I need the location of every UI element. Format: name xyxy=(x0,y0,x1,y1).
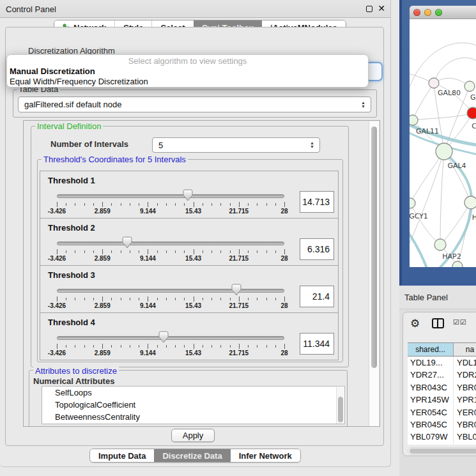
scale-label: 21.715 xyxy=(229,255,249,262)
tick-mark xyxy=(139,345,139,348)
tick-mark xyxy=(266,250,267,253)
network-canvas[interactable]: GAL80GACGAL11GAL4GCY1HHAP2 xyxy=(410,19,476,267)
network-node-gal11[interactable] xyxy=(410,115,418,125)
attributes-scrollbar-thumb[interactable] xyxy=(338,397,343,422)
threshold-value-field[interactable]: 14.713 xyxy=(300,191,334,213)
node-label: HAP2 xyxy=(442,252,461,261)
tab-impute-data[interactable]: Impute Data xyxy=(90,449,154,462)
tab-discretize-data[interactable]: Discretize Data xyxy=(154,449,230,462)
network-node-gal80[interactable] xyxy=(429,78,439,88)
slider-track[interactable] xyxy=(57,336,284,340)
threshold-value-field[interactable]: 21.4 xyxy=(300,286,334,307)
tick-mark xyxy=(166,345,167,348)
tick-mark xyxy=(184,345,185,348)
tick-mark xyxy=(139,250,139,253)
number-of-intervals-label: Number of Intervals xyxy=(50,139,128,149)
network-node-unlabeled[interactable] xyxy=(452,261,463,267)
slider-scale-labels: -3.4262.8599.14415.4321.71528 xyxy=(57,208,284,215)
table-row[interactable]: YBR045CYBR0 xyxy=(408,418,476,431)
attribute-item[interactable]: TopologicalCoefficient xyxy=(42,399,344,411)
tick-mark xyxy=(102,202,103,207)
settings-scrollbar-thumb[interactable] xyxy=(371,127,377,368)
minimize-traffic-light[interactable] xyxy=(424,9,431,16)
table-row[interactable]: YER054CYER0 xyxy=(408,406,476,418)
threshold-value-field[interactable]: 11.344 xyxy=(300,333,334,355)
tick-mark xyxy=(220,298,221,300)
table-settings-gear-icon[interactable]: ⚙ xyxy=(410,317,420,330)
table-row[interactable]: YDR27...YDR2 xyxy=(408,369,476,381)
table-row[interactable]: YBL079WYBL0 xyxy=(408,431,476,443)
interval-definition-label: Interval Definition xyxy=(35,121,103,131)
tick-mark xyxy=(166,203,167,206)
table-row[interactable]: YDL19...YDL1 xyxy=(408,357,476,369)
tick-mark xyxy=(102,296,103,302)
table-row[interactable]: YBR043CYBR0 xyxy=(408,381,476,394)
slider-thumb[interactable] xyxy=(231,284,242,296)
combo-spinner-icon: ▲▼ xyxy=(310,141,314,149)
tick-mark xyxy=(239,296,240,302)
tick-mark xyxy=(184,250,185,253)
table-row[interactable]: YPR145WYPR1 xyxy=(408,394,476,406)
float-window-icon[interactable] xyxy=(366,6,372,12)
tick-mark xyxy=(230,345,231,348)
slider-thumb[interactable] xyxy=(183,189,193,201)
tick-mark xyxy=(175,203,176,206)
control-panel-title: Control Panel xyxy=(6,4,56,14)
scale-label: 15.43 xyxy=(185,349,201,357)
column-header[interactable]: na xyxy=(454,343,476,356)
network-edge[interactable] xyxy=(413,113,473,120)
network-edge[interactable] xyxy=(440,151,444,245)
zoom-traffic-light[interactable] xyxy=(435,9,442,16)
number-of-intervals-value: 5 xyxy=(158,141,163,150)
table-data-combobox[interactable]: galFiltered.sif default node ▲▼ xyxy=(18,96,371,112)
column-header[interactable]: shared... xyxy=(408,343,454,356)
network-node-gcy1[interactable] xyxy=(410,198,415,208)
table-panel-body: ⚙ ☑☑ shared...na YDL19...YDL1YDR27...YDR… xyxy=(399,309,476,476)
network-node-c[interactable] xyxy=(467,107,476,119)
tick-mark xyxy=(148,296,148,302)
table-panel-title: Table Panel xyxy=(404,293,448,302)
tick-mark xyxy=(157,298,158,300)
close-traffic-light[interactable] xyxy=(413,9,420,16)
algorithm-option[interactable]: Equal Width/Frequency Discretization xyxy=(7,77,368,87)
network-edge[interactable] xyxy=(410,203,440,245)
tick-mark xyxy=(130,345,130,348)
algorithm-option[interactable]: Manual Discretization xyxy=(7,66,368,77)
network-node-hap2[interactable] xyxy=(434,239,446,250)
tick-mark xyxy=(93,298,94,300)
tick-mark xyxy=(93,250,94,253)
network-edge[interactable] xyxy=(410,151,444,203)
slider-thumb[interactable] xyxy=(122,236,132,249)
split-columns-icon[interactable] xyxy=(432,318,444,328)
slider-ticks xyxy=(57,249,284,255)
network-node-ga[interactable] xyxy=(464,81,475,91)
tick-mark xyxy=(239,202,240,207)
slider-track[interactable] xyxy=(57,242,284,245)
select-columns-checkboxes-icon[interactable]: ☑☑ xyxy=(453,318,467,326)
table-row[interactable]: YLR345WYLR3 xyxy=(408,443,476,445)
close-window-icon[interactable]: ✕ xyxy=(378,3,385,13)
tick-mark xyxy=(275,298,276,300)
slider-track[interactable] xyxy=(57,289,284,293)
table-horizontal-scrollbar[interactable] xyxy=(408,447,476,455)
tab-infer-network[interactable]: Infer Network xyxy=(231,449,300,462)
network-edge[interactable] xyxy=(440,203,471,245)
apply-button[interactable]: Apply xyxy=(171,429,215,442)
tick-mark xyxy=(211,250,212,253)
attribute-item[interactable]: BetweennessCentrality xyxy=(42,411,344,423)
tick-mark xyxy=(93,203,94,206)
number-of-intervals-combobox[interactable]: 5 ▲▼ xyxy=(152,137,320,153)
settings-scrollbar[interactable] xyxy=(369,121,379,427)
network-node-h[interactable] xyxy=(464,196,476,209)
table-horizontal-scrollbar-thumb[interactable] xyxy=(410,449,476,454)
network-edge[interactable] xyxy=(413,83,434,120)
network-node-gal4[interactable] xyxy=(436,143,452,160)
attributes-scrollbar[interactable] xyxy=(336,387,344,424)
numerical-attributes-list[interactable]: SelfLoopsTopologicalCoefficientBetweenne… xyxy=(42,386,345,424)
threshold-value-field[interactable]: 6.316 xyxy=(300,238,334,260)
slider-thumb[interactable] xyxy=(158,331,169,343)
tick-mark xyxy=(111,345,112,348)
threshold-label: Threshold 4 xyxy=(48,318,95,327)
attribute-item[interactable]: SelfLoops xyxy=(42,387,344,399)
slider-track[interactable] xyxy=(57,194,284,198)
